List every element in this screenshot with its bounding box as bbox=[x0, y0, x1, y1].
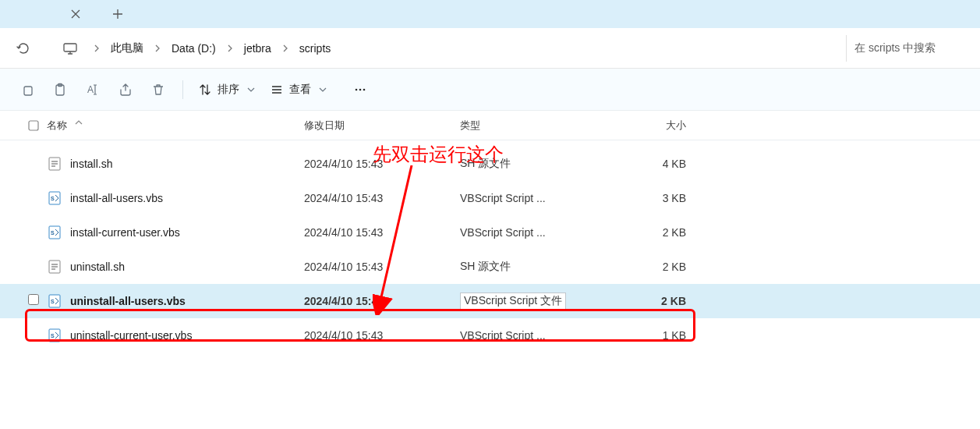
toolbar-separator bbox=[182, 80, 183, 99]
svg-rect-0 bbox=[64, 44, 76, 51]
view-icon bbox=[271, 83, 283, 96]
view-label: 查看 bbox=[289, 83, 311, 97]
file-type: VBScript Script ... bbox=[460, 192, 616, 204]
svg-text:S: S bbox=[51, 299, 55, 304]
file-row[interactable]: Sinstall-all-users.vbs2024/4/10 15:43VBS… bbox=[0, 181, 980, 215]
svg-text:S: S bbox=[51, 333, 55, 339]
file-icon bbox=[47, 156, 62, 172]
column-headers: 名称 修改日期 类型 大小 bbox=[0, 111, 980, 140]
svg-rect-8 bbox=[29, 121, 38, 130]
file-date: 2024/4/10 15:43 bbox=[304, 158, 460, 170]
row-checkbox[interactable] bbox=[28, 328, 47, 342]
file-size: 2 KB bbox=[616, 295, 686, 307]
sort-button[interactable]: 排序 bbox=[191, 76, 263, 104]
chevron-down-icon bbox=[247, 87, 255, 93]
toolbar: A 排序 查看 bbox=[0, 69, 980, 111]
tab-close-button[interactable] bbox=[62, 3, 89, 25]
refresh-button[interactable] bbox=[9, 34, 37, 62]
breadcrumb-item[interactable]: jetbra bbox=[241, 39, 274, 58]
file-name: install-all-users.vbs bbox=[70, 192, 304, 204]
file-date: 2024/4/10 15:43 bbox=[304, 261, 460, 273]
file-size: 4 KB bbox=[616, 158, 686, 170]
column-header-name[interactable]: 名称 bbox=[47, 119, 304, 133]
new-tab-button[interactable] bbox=[104, 3, 131, 25]
file-icon: S bbox=[47, 293, 62, 309]
paste-button[interactable] bbox=[44, 76, 76, 104]
file-name: uninstall.sh bbox=[70, 261, 304, 273]
share-icon bbox=[119, 83, 133, 97]
pc-icon bbox=[62, 41, 78, 56]
copy-button[interactable] bbox=[11, 76, 44, 104]
tab-bar bbox=[0, 0, 980, 28]
chevron-right-icon bbox=[282, 44, 288, 52]
more-button[interactable] bbox=[344, 76, 377, 104]
chevron-right-icon bbox=[227, 44, 233, 52]
select-all-checkbox[interactable] bbox=[28, 120, 47, 131]
breadcrumb-root[interactable]: 此电脑 bbox=[108, 38, 147, 58]
file-date: 2024/4/10 15:43 bbox=[304, 192, 460, 204]
row-checkbox[interactable] bbox=[28, 294, 47, 308]
file-type: SH 源文件 bbox=[460, 157, 616, 171]
row-checkbox[interactable] bbox=[28, 157, 47, 171]
column-header-size[interactable]: 大小 bbox=[616, 119, 686, 133]
chevron-down-icon bbox=[319, 87, 327, 93]
row-checkbox[interactable] bbox=[28, 260, 47, 274]
file-type: VBScript Script 文件 bbox=[460, 292, 616, 310]
svg-point-7 bbox=[363, 88, 366, 90]
file-type: VBScript Script ... bbox=[460, 329, 616, 342]
file-list: install.sh2024/4/10 15:43SH 源文件4 KBSinst… bbox=[0, 140, 980, 353]
svg-text:S: S bbox=[51, 196, 55, 201]
chevron-right-icon bbox=[154, 44, 161, 52]
file-icon bbox=[47, 259, 62, 275]
file-name: uninstall-current-user.vbs bbox=[70, 329, 304, 342]
file-date: 2024/4/10 15:43 bbox=[304, 226, 460, 239]
search-placeholder: 在 scripts 中搜索 bbox=[854, 41, 936, 55]
file-name: install-current-user.vbs bbox=[70, 226, 304, 239]
sort-label: 排序 bbox=[218, 83, 239, 97]
file-name: uninstall-all-users.vbs bbox=[70, 295, 304, 307]
file-size: 2 KB bbox=[616, 261, 686, 273]
file-size: 1 KB bbox=[616, 329, 686, 342]
file-icon: S bbox=[47, 225, 62, 240]
file-row[interactable]: Sinstall-current-user.vbs2024/4/10 15:43… bbox=[0, 215, 980, 250]
more-icon bbox=[353, 83, 367, 97]
search-input[interactable]: 在 scripts 中搜索 bbox=[846, 35, 971, 62]
file-row[interactable]: Suninstall-all-users.vbs2024/4/10 15:43V… bbox=[0, 284, 980, 318]
share-button[interactable] bbox=[109, 76, 142, 104]
breadcrumb-item[interactable]: Data (D:) bbox=[168, 39, 219, 58]
file-icon: S bbox=[47, 190, 62, 206]
row-checkbox[interactable] bbox=[28, 225, 47, 239]
row-checkbox[interactable] bbox=[28, 191, 47, 205]
file-type: SH 源文件 bbox=[460, 260, 616, 274]
column-header-type[interactable]: 类型 bbox=[460, 119, 616, 133]
file-row[interactable]: uninstall.sh2024/4/10 15:43SH 源文件2 KB bbox=[0, 250, 980, 284]
plus-icon bbox=[112, 9, 123, 20]
trash-icon bbox=[151, 83, 165, 97]
chevron-right-icon bbox=[94, 44, 100, 52]
sort-indicator-icon bbox=[75, 119, 83, 125]
file-size: 3 KB bbox=[616, 192, 686, 204]
rename-button[interactable]: A bbox=[76, 76, 109, 104]
copy-icon bbox=[20, 83, 34, 97]
svg-point-5 bbox=[356, 88, 358, 90]
address-bar: 此电脑 Data (D:) jetbra scripts 在 scripts 中… bbox=[0, 28, 980, 69]
breadcrumb[interactable]: 此电脑 Data (D:) jetbra scripts bbox=[62, 34, 838, 62]
column-header-date[interactable]: 修改日期 bbox=[304, 119, 460, 133]
file-name: install.sh bbox=[70, 158, 304, 170]
paste-icon bbox=[53, 83, 67, 97]
close-icon bbox=[71, 9, 80, 19]
file-row[interactable]: Suninstall-current-user.vbs2024/4/10 15:… bbox=[0, 318, 980, 353]
svg-rect-1 bbox=[24, 87, 32, 95]
view-button[interactable]: 查看 bbox=[263, 76, 334, 104]
file-date: 2024/4/10 15:43 bbox=[304, 329, 460, 342]
file-row[interactable]: install.sh2024/4/10 15:43SH 源文件4 KB bbox=[0, 147, 980, 181]
file-icon: S bbox=[47, 328, 62, 343]
delete-button[interactable] bbox=[142, 76, 175, 104]
svg-point-6 bbox=[359, 88, 362, 90]
breadcrumb-item[interactable]: scripts bbox=[296, 39, 334, 58]
file-type: VBScript Script ... bbox=[460, 226, 616, 239]
file-date: 2024/4/10 15:43 bbox=[304, 295, 460, 307]
svg-text:S: S bbox=[51, 230, 55, 236]
sort-icon bbox=[199, 83, 211, 96]
file-size: 2 KB bbox=[616, 226, 686, 239]
